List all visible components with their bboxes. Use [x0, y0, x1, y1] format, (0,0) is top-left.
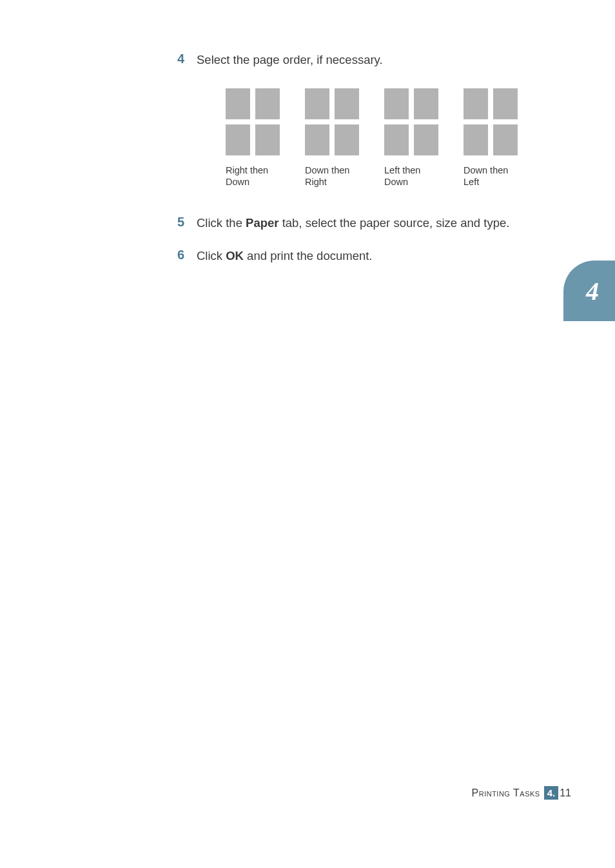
layout-block: [493, 124, 518, 155]
step-number: 4: [177, 50, 197, 67]
layout-block: [414, 124, 438, 155]
step-number: 5: [177, 213, 197, 230]
layout-label: Left then Down: [384, 164, 420, 188]
step-4: 4 Select the page order, if necessary.: [177, 50, 564, 69]
layout-right-then-down: Right then Down: [226, 88, 282, 188]
layout-block: [335, 88, 359, 119]
chapter-number: 4: [580, 276, 599, 306]
step-5: 5 Click the Paper tab, select the paper …: [177, 213, 564, 232]
layout-thumbnail: [464, 88, 518, 155]
footer-section-title: Printing Tasks: [472, 787, 540, 799]
step-text: Click the Paper tab, select the paper so…: [197, 213, 509, 232]
layout-down-then-left: Down then Left: [464, 88, 520, 188]
layout-block: [464, 124, 488, 155]
layout-label: Right then Down: [226, 164, 268, 188]
layout-block: [335, 124, 359, 155]
step-text: Select the page order, if necessary.: [197, 50, 383, 69]
layout-block: [414, 88, 438, 119]
layout-block: [464, 88, 488, 119]
layout-label: Down then Right: [305, 164, 349, 188]
layout-left-then-down: Left then Down: [384, 88, 441, 188]
layout-thumbnail: [384, 88, 438, 155]
layout-block: [255, 124, 280, 155]
layout-down-then-right: Down then Right: [305, 88, 362, 188]
page-footer: Printing Tasks 4.11: [472, 786, 571, 800]
layout-label: Down then Left: [464, 164, 508, 188]
layout-block: [384, 88, 409, 119]
layout-block: [305, 124, 329, 155]
chapter-tab: 4: [563, 261, 615, 321]
content-area: 4 Select the page order, if necessary. R…: [177, 50, 564, 279]
step-text: Click OK and print the document.: [197, 246, 373, 265]
step-number: 6: [177, 246, 197, 263]
layout-block: [226, 88, 250, 119]
layout-block: [226, 124, 250, 155]
layout-thumbnail: [226, 88, 280, 155]
layout-block: [305, 88, 329, 119]
page-order-layouts: Right then Down Down then Right: [226, 88, 564, 188]
footer-page-number: 11: [560, 787, 571, 799]
layout-block: [493, 88, 518, 119]
step-6: 6 Click OK and print the document.: [177, 246, 564, 265]
footer-chapter-badge: 4.: [544, 786, 559, 800]
layout-block: [255, 88, 280, 119]
layout-thumbnail: [305, 88, 359, 155]
layout-block: [384, 124, 409, 155]
